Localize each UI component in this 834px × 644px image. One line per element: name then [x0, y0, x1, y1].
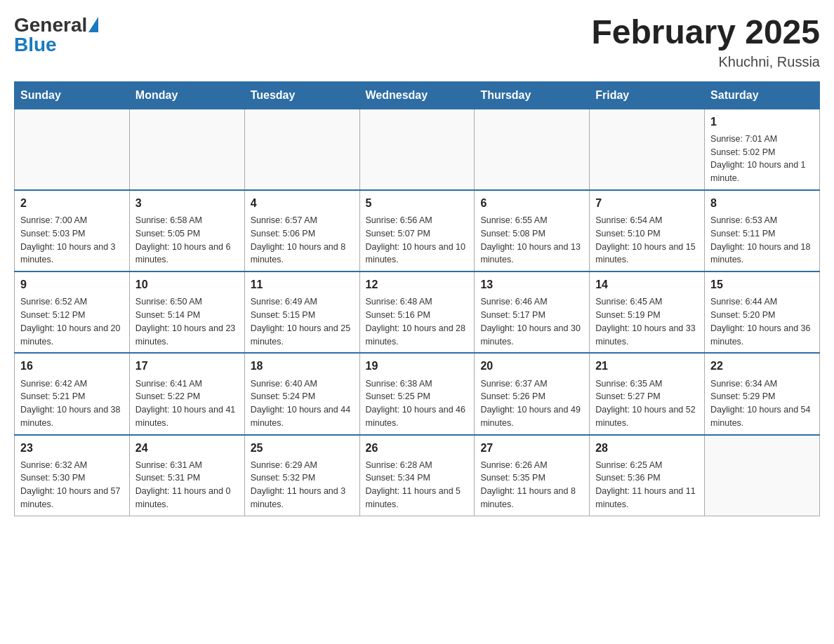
day-info: Sunrise: 6:50 AMSunset: 5:14 PMDaylight:… — [135, 295, 239, 348]
day-info: Sunrise: 6:38 AMSunset: 5:25 PMDaylight:… — [366, 377, 469, 430]
table-row: 6Sunrise: 6:55 AMSunset: 5:08 PMDaylight… — [475, 190, 590, 271]
day-info: Sunrise: 6:28 AMSunset: 5:34 PMDaylight:… — [366, 459, 469, 511]
day-number: 12 — [366, 276, 469, 293]
day-number: 16 — [20, 358, 124, 374]
day-number: 22 — [710, 358, 814, 374]
table-row: 18Sunrise: 6:40 AMSunset: 5:24 PMDayligh… — [244, 353, 359, 434]
day-info: Sunrise: 7:00 AMSunset: 5:03 PMDaylight:… — [20, 214, 124, 267]
logo: General Blue — [14, 14, 98, 56]
table-row — [359, 109, 475, 190]
logo-triangle-icon — [88, 17, 98, 32]
table-row: 28Sunrise: 6:25 AMSunset: 5:36 PMDayligh… — [590, 435, 705, 516]
title-block: February 2025 Khuchni, Russia — [591, 14, 820, 70]
day-number: 17 — [135, 358, 239, 374]
table-row: 3Sunrise: 6:58 AMSunset: 5:05 PMDaylight… — [129, 190, 244, 271]
table-row: 14Sunrise: 6:45 AMSunset: 5:19 PMDayligh… — [590, 271, 705, 353]
table-row — [15, 109, 130, 190]
day-info: Sunrise: 6:49 AMSunset: 5:15 PMDaylight:… — [251, 295, 354, 348]
table-row: 15Sunrise: 6:44 AMSunset: 5:20 PMDayligh… — [705, 271, 820, 353]
table-row: 19Sunrise: 6:38 AMSunset: 5:25 PMDayligh… — [359, 353, 475, 434]
day-info: Sunrise: 6:48 AMSunset: 5:16 PMDaylight:… — [366, 295, 469, 348]
page-header: General Blue February 2025 Khuchni, Russ… — [14, 14, 820, 70]
table-row: 8Sunrise: 6:53 AMSunset: 5:11 PMDaylight… — [705, 190, 820, 271]
table-row: 10Sunrise: 6:50 AMSunset: 5:14 PMDayligh… — [129, 271, 244, 353]
day-info: Sunrise: 6:42 AMSunset: 5:21 PMDaylight:… — [20, 377, 124, 430]
header-saturday: Saturday — [705, 81, 820, 109]
day-info: Sunrise: 6:40 AMSunset: 5:24 PMDaylight:… — [251, 377, 354, 430]
day-number: 15 — [710, 276, 814, 293]
day-number: 7 — [595, 195, 699, 211]
day-info: Sunrise: 6:35 AMSunset: 5:27 PMDaylight:… — [595, 377, 699, 430]
day-number: 21 — [595, 358, 699, 374]
header-thursday: Thursday — [475, 81, 590, 109]
day-number: 9 — [20, 276, 124, 293]
day-number: 18 — [251, 358, 354, 374]
day-number: 28 — [595, 440, 699, 456]
table-row: 11Sunrise: 6:49 AMSunset: 5:15 PMDayligh… — [244, 271, 359, 353]
day-info: Sunrise: 6:53 AMSunset: 5:11 PMDaylight:… — [710, 214, 814, 267]
day-number: 26 — [366, 440, 469, 456]
day-number: 10 — [135, 276, 239, 293]
day-number: 25 — [251, 440, 354, 456]
day-number: 23 — [20, 440, 124, 456]
calendar-title: February 2025 — [591, 14, 820, 51]
table-row — [590, 109, 705, 190]
day-info: Sunrise: 6:45 AMSunset: 5:19 PMDaylight:… — [595, 295, 699, 348]
day-info: Sunrise: 6:37 AMSunset: 5:26 PMDaylight:… — [480, 377, 583, 430]
day-info: Sunrise: 6:31 AMSunset: 5:31 PMDaylight:… — [135, 459, 239, 511]
day-info: Sunrise: 6:58 AMSunset: 5:05 PMDaylight:… — [135, 214, 239, 267]
day-number: 19 — [366, 358, 469, 374]
table-row: 13Sunrise: 6:46 AMSunset: 5:17 PMDayligh… — [475, 271, 590, 353]
day-info: Sunrise: 6:41 AMSunset: 5:22 PMDaylight:… — [135, 377, 239, 430]
day-info: Sunrise: 6:52 AMSunset: 5:12 PMDaylight:… — [20, 295, 124, 348]
day-info: Sunrise: 6:26 AMSunset: 5:35 PMDaylight:… — [480, 459, 583, 511]
table-row: 25Sunrise: 6:29 AMSunset: 5:32 PMDayligh… — [244, 435, 359, 516]
day-info: Sunrise: 6:57 AMSunset: 5:06 PMDaylight:… — [251, 214, 354, 267]
day-number: 11 — [251, 276, 354, 293]
table-row: 24Sunrise: 6:31 AMSunset: 5:31 PMDayligh… — [129, 435, 244, 516]
day-info: Sunrise: 6:46 AMSunset: 5:17 PMDaylight:… — [480, 295, 583, 348]
table-row — [129, 109, 244, 190]
day-info: Sunrise: 6:54 AMSunset: 5:10 PMDaylight:… — [595, 214, 699, 267]
day-number: 3 — [135, 195, 239, 211]
table-row: 23Sunrise: 6:32 AMSunset: 5:30 PMDayligh… — [15, 435, 130, 516]
calendar-header-row: Sunday Monday Tuesday Wednesday Thursday… — [15, 81, 820, 109]
table-row: 5Sunrise: 6:56 AMSunset: 5:07 PMDaylight… — [359, 190, 475, 271]
day-info: Sunrise: 6:29 AMSunset: 5:32 PMDaylight:… — [251, 459, 354, 511]
table-row — [244, 109, 359, 190]
day-number: 2 — [20, 195, 124, 211]
day-number: 13 — [480, 276, 583, 293]
day-info: Sunrise: 6:44 AMSunset: 5:20 PMDaylight:… — [710, 295, 814, 348]
table-row: 21Sunrise: 6:35 AMSunset: 5:27 PMDayligh… — [590, 353, 705, 434]
header-tuesday: Tuesday — [244, 81, 359, 109]
header-monday: Monday — [129, 81, 244, 109]
header-friday: Friday — [590, 81, 705, 109]
table-row: 17Sunrise: 6:41 AMSunset: 5:22 PMDayligh… — [129, 353, 244, 434]
calendar-table: Sunday Monday Tuesday Wednesday Thursday… — [14, 81, 820, 516]
day-info: Sunrise: 6:55 AMSunset: 5:08 PMDaylight:… — [480, 214, 583, 267]
table-row: 12Sunrise: 6:48 AMSunset: 5:16 PMDayligh… — [359, 271, 475, 353]
logo-blue: Blue — [14, 34, 98, 56]
table-row: 27Sunrise: 6:26 AMSunset: 5:35 PMDayligh… — [475, 435, 590, 516]
day-number: 20 — [480, 358, 583, 374]
day-number: 5 — [366, 195, 469, 211]
table-row: 7Sunrise: 6:54 AMSunset: 5:10 PMDaylight… — [590, 190, 705, 271]
day-number: 24 — [135, 440, 239, 456]
table-row — [475, 109, 590, 190]
day-number: 6 — [480, 195, 583, 211]
day-info: Sunrise: 6:34 AMSunset: 5:29 PMDaylight:… — [710, 377, 814, 430]
day-info: Sunrise: 6:32 AMSunset: 5:30 PMDaylight:… — [20, 459, 124, 511]
day-number: 27 — [480, 440, 583, 456]
day-number: 4 — [251, 195, 354, 211]
header-sunday: Sunday — [15, 81, 130, 109]
day-number: 1 — [710, 114, 814, 130]
table-row: 22Sunrise: 6:34 AMSunset: 5:29 PMDayligh… — [705, 353, 820, 434]
day-info: Sunrise: 7:01 AMSunset: 5:02 PMDaylight:… — [710, 133, 814, 185]
calendar-location: Khuchni, Russia — [591, 54, 820, 70]
table-row: 4Sunrise: 6:57 AMSunset: 5:06 PMDaylight… — [244, 190, 359, 271]
table-row: 16Sunrise: 6:42 AMSunset: 5:21 PMDayligh… — [15, 353, 130, 434]
table-row — [705, 435, 820, 516]
day-number: 8 — [710, 195, 814, 211]
table-row: 2Sunrise: 7:00 AMSunset: 5:03 PMDaylight… — [15, 190, 130, 271]
table-row: 1Sunrise: 7:01 AMSunset: 5:02 PMDaylight… — [705, 109, 820, 190]
